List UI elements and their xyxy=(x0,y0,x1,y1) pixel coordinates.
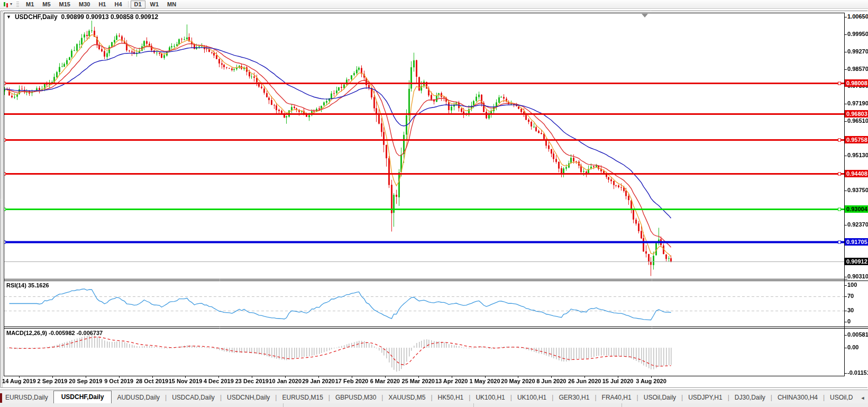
date-label: 20 Sep 2019 xyxy=(69,378,102,384)
tab-item-usdcnh[interactable]: USDCNH,Daily xyxy=(222,392,275,404)
y-axis-label: 0.96510 xyxy=(847,117,868,124)
date-label: 4 Dec 2019 xyxy=(204,378,234,384)
timeframe-button-m15[interactable]: M15 xyxy=(56,1,74,8)
rsi-label: RSI(14) 35.1626 xyxy=(6,282,49,288)
tab-scroll-arrows: ◄► xyxy=(858,395,868,404)
tab-item-xauusd[interactable]: XAUUSD,M5 xyxy=(383,392,431,404)
chevron-down-icon: ▾ xyxy=(10,2,12,6)
timeframe-button-d1[interactable]: D1 xyxy=(131,1,145,8)
date-label: 15 Nov 2019 xyxy=(169,378,203,384)
timeframe-button-h1[interactable]: H1 xyxy=(95,1,109,8)
tab-item-usoil[interactable]: USOil,D xyxy=(825,392,858,404)
macd-axis-label: 0.005818 xyxy=(847,331,868,338)
date-label: 13 Apr 2020 xyxy=(435,378,468,384)
tabbar-edge-mark xyxy=(0,393,2,403)
y-axis-label: 0.97190 xyxy=(847,100,868,107)
date-label: 9 Oct 2019 xyxy=(104,378,133,384)
date-label: 1 May 2020 xyxy=(469,378,500,384)
tab-item-ger30[interactable]: GER30,H1 xyxy=(553,392,595,404)
timeframe-toolbar: ▾ M1M5M15M30H1H4D1W1MN xyxy=(0,0,868,9)
y-axis-label: 0.95130 xyxy=(847,152,868,159)
date-label: 2 Sep 2019 xyxy=(37,378,67,384)
toolbar-grip xyxy=(16,2,19,7)
tab-item-usdchf[interactable]: USDCHF,Daily xyxy=(53,391,112,404)
tab-item-fra40[interactable]: FRA40,H1 xyxy=(597,392,637,404)
rsi-axis-label: 30 xyxy=(847,307,868,314)
rsi-axis-label: 100 xyxy=(847,282,868,288)
tab-item-gbpusd[interactable]: GBPUSD,M30 xyxy=(330,392,381,404)
tab-item-usdcad[interactable]: USDCAD,Daily xyxy=(167,392,220,404)
collapse-arrow-icon[interactable]: ▼ xyxy=(6,14,11,20)
rsi-axis-label: 0 xyxy=(847,318,868,325)
price-level-badge: 0.93004 xyxy=(845,205,868,213)
y-axis-label: 0.93750 xyxy=(847,187,868,194)
chart-tab-bar: EURUSD,DailyUSDCHF,DailyAUDUSD,Daily|USD… xyxy=(0,390,868,404)
macd-axis-label: -0.011514 xyxy=(847,369,868,376)
date-label: 25 Mar 2020 xyxy=(402,378,435,384)
chart-type-button[interactable]: ▾ xyxy=(2,1,14,8)
timeframe-button-m1[interactable]: M1 xyxy=(22,1,38,8)
tab-item-hk50[interactable]: HK50,H1 xyxy=(433,392,469,404)
tab-item-uk100[interactable]: UK100,H1 xyxy=(470,392,510,404)
date-label: 10 Jan 2020 xyxy=(269,378,301,384)
date-label: 23 Dec 2019 xyxy=(235,378,269,384)
date-label: 26 Jun 2020 xyxy=(568,378,601,384)
y-axis-label: 0.98570 xyxy=(847,66,868,73)
current-price-badge: 0.90912 xyxy=(845,258,868,265)
y-axis-label: 0.92370 xyxy=(847,221,868,228)
date-label: 8 Jun 2020 xyxy=(536,378,566,384)
symbol-period-label: USDCHF,Daily xyxy=(15,13,58,21)
tab-item-china300[interactable]: CHINA300,H4 xyxy=(772,392,823,404)
timeframe-button-w1[interactable]: W1 xyxy=(147,1,163,8)
tab-item-usoil[interactable]: USOil,Daily xyxy=(638,392,681,404)
date-label: 6 Mar 2020 xyxy=(370,378,400,384)
y-axis-label: 0.90310 xyxy=(847,273,868,280)
date-label: 14 Aug 2019 xyxy=(2,378,36,384)
chart-canvas[interactable] xyxy=(0,0,868,407)
timeframe-button-m30[interactable]: M30 xyxy=(75,1,94,8)
tab-item-uk100[interactable]: UK100,H1 xyxy=(512,392,552,404)
chart-title: ▼ USDCHF,Daily 0.90899 0.90913 0.90858 0… xyxy=(6,13,158,21)
price-level-badge: 0.94408 xyxy=(845,170,868,177)
tab-scroll-left-arrow[interactable]: ◄ xyxy=(860,395,865,401)
candlestick-chart-icon xyxy=(3,2,9,7)
date-label: 20 May 2020 xyxy=(501,378,535,384)
timeframe-buttons: M1M5M15M30H1H4D1W1MN xyxy=(22,1,180,8)
rsi-axis-label: 70 xyxy=(847,293,868,300)
date-label: 3 Aug 2020 xyxy=(636,378,666,384)
tab-item-dj30[interactable]: DJ30,Daily xyxy=(729,392,771,404)
price-level-badge: 0.96803 xyxy=(845,110,868,117)
price-level-badge: 0.95758 xyxy=(845,136,868,143)
toolbar-separator xyxy=(128,1,129,7)
timeframe-button-h4[interactable]: H4 xyxy=(111,1,125,8)
timeframe-button-mn[interactable]: MN xyxy=(163,1,180,8)
y-axis-label: 0.99950 xyxy=(847,31,868,38)
macd-label: MACD(12,26,9) -0.005982 -0.006737 xyxy=(6,330,103,336)
tab-item-eurusd[interactable]: EURUSD,M15 xyxy=(277,392,328,404)
date-label: 15 Jul 2020 xyxy=(602,378,634,384)
tab-item-eurusd[interactable]: EURUSD,Daily xyxy=(0,392,53,404)
bottom-strip xyxy=(0,403,868,407)
date-label: 17 Feb 2020 xyxy=(335,378,368,384)
date-label: 29 Jan 2020 xyxy=(302,378,335,384)
date-label: 28 Oct 2019 xyxy=(136,378,168,384)
tab-item-usdjpy[interactable]: USDJPY,H1 xyxy=(683,392,727,404)
y-axis-label: 0.99270 xyxy=(847,48,868,55)
trading-app-window: ▾ M1M5M15M30H1H4D1W1MN ▼ USDCHF,Daily 0.… xyxy=(0,0,868,407)
price-level-badge: 0.98008 xyxy=(845,79,868,87)
tab-item-audusd[interactable]: AUDUSD,Daily xyxy=(112,392,165,404)
timeframe-button-m5[interactable]: M5 xyxy=(39,1,54,8)
price-level-badge: 0.91705 xyxy=(845,238,868,246)
ohlc-values: 0.90899 0.90913 0.90858 0.90912 xyxy=(61,13,159,21)
macd-axis-label: 0.00 xyxy=(847,344,868,351)
y-axis-label: 1.00650 xyxy=(847,13,868,20)
